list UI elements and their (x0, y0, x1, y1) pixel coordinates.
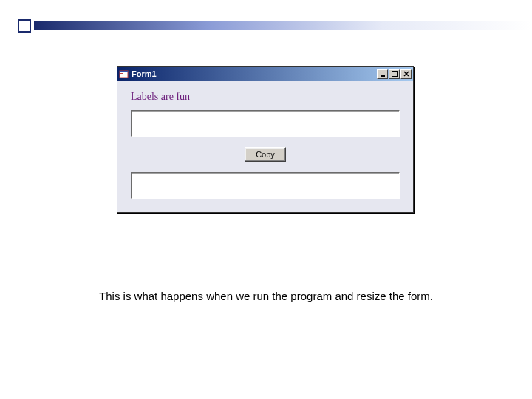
svg-rect-4 (381, 75, 385, 77)
slide-bullet-square (18, 19, 31, 33)
copy-button[interactable]: Copy (245, 147, 286, 162)
svg-rect-2 (120, 73, 123, 74)
button-row: Copy (131, 147, 400, 162)
textbox-1[interactable] (131, 110, 400, 137)
svg-rect-1 (120, 71, 128, 72)
slide-header-gap (34, 30, 532, 32)
minimize-icon (380, 71, 386, 77)
window-controls (376, 69, 412, 79)
form-client-area: Labels are fun Copy (117, 81, 413, 212)
close-button[interactable] (400, 69, 412, 79)
textbox-2[interactable] (131, 172, 400, 199)
label-control: Labels are fun (131, 91, 400, 103)
close-icon (403, 71, 409, 77)
slide-caption: This is what happens when we run the pro… (0, 290, 532, 302)
minimize-button[interactable] (377, 69, 388, 79)
form-window: Form1 Labels are fun Copy (117, 66, 414, 213)
maximize-icon (392, 71, 398, 77)
svg-rect-6 (392, 71, 398, 72)
maximize-button[interactable] (389, 69, 400, 79)
form-system-icon (119, 69, 129, 79)
svg-rect-3 (120, 75, 125, 75)
window-title: Form1 (132, 69, 376, 78)
slide-header-bar (34, 21, 532, 30)
titlebar[interactable]: Form1 (117, 67, 413, 81)
